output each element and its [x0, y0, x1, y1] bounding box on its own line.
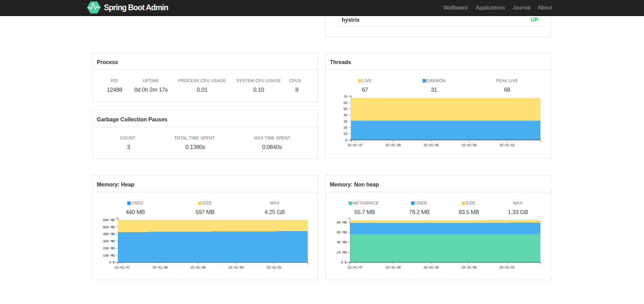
svg-text:15:41:49: 15:41:49 — [190, 265, 206, 270]
svg-text:0: 0 — [345, 138, 348, 142]
svg-text:20: 20 — [343, 126, 348, 130]
svg-text:15:41:50: 15:41:50 — [461, 143, 477, 147]
svg-text:0 B: 0 B — [341, 260, 347, 264]
svg-text:30: 30 — [343, 120, 348, 124]
svg-text:15:41:47: 15:41:47 — [114, 265, 130, 270]
svg-text:15:41:47: 15:41:47 — [347, 143, 363, 147]
svg-text:500 MB: 500 MB — [103, 225, 115, 229]
svg-text:300 MB: 300 MB — [103, 239, 115, 243]
svg-text:10: 10 — [343, 132, 348, 136]
svg-text:40: 40 — [343, 113, 348, 117]
svg-text:100 MB: 100 MB — [103, 254, 115, 258]
svg-text:15:41:50: 15:41:50 — [461, 265, 477, 270]
svg-text:200 MB: 200 MB — [103, 246, 115, 250]
svg-text:15:41:48: 15:41:48 — [385, 143, 401, 147]
svg-text:0 B: 0 B — [109, 260, 115, 264]
svg-text:40 MB: 40 MB — [337, 240, 347, 244]
svg-text:15:41:50: 15:41:50 — [228, 265, 244, 270]
svg-text:80 MB: 80 MB — [337, 221, 347, 225]
svg-text:50: 50 — [343, 107, 348, 111]
svg-text:15:41:49: 15:41:49 — [423, 143, 439, 147]
svg-text:15:41:48: 15:41:48 — [385, 265, 401, 270]
svg-text:60 MB: 60 MB — [337, 230, 347, 234]
svg-text:15:41:51: 15:41:51 — [266, 265, 282, 270]
svg-text:60: 60 — [343, 101, 348, 105]
svg-text:15:41:47: 15:41:47 — [347, 265, 363, 270]
svg-text:400 MB: 400 MB — [103, 232, 115, 236]
svg-text:20 MB: 20 MB — [337, 250, 347, 255]
svg-text:70: 70 — [343, 95, 348, 99]
svg-text:15:41:49: 15:41:49 — [423, 265, 439, 270]
svg-text:600 MB: 600 MB — [103, 218, 115, 222]
svg-text:15:41:51: 15:41:51 — [499, 265, 515, 270]
svg-text:15:41:51: 15:41:51 — [499, 143, 515, 147]
svg-text:15:41:48: 15:41:48 — [152, 265, 168, 270]
